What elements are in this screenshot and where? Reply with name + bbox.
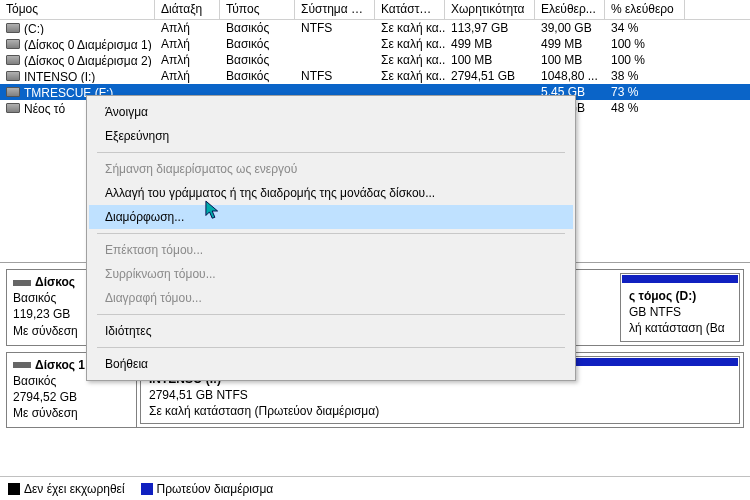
col-free[interactable]: Ελεύθερ... <box>535 0 605 19</box>
ctx-change-letter[interactable]: Αλλαγή του γράμματος ή της διαδρομής της… <box>89 181 573 205</box>
ctx-separator <box>97 314 565 315</box>
cell-status: Σε καλή κα... <box>375 37 445 51</box>
ctx-separator <box>97 152 565 153</box>
ctx-delete: Διαγραφή τόμου... <box>89 286 573 310</box>
cell-pctfree: 73 % <box>605 85 685 99</box>
volume-table-header: Τόμος Διάταξη Τύπος Σύστημα αρ... Κατάστ… <box>0 0 750 20</box>
swatch-black-icon <box>8 483 20 495</box>
ctx-format[interactable]: Διαμόρφωση... <box>89 205 573 229</box>
cell-status: Σε καλή κα... <box>375 53 445 67</box>
cell-layout: Απλή <box>155 53 220 67</box>
partition-fs: GB NTFS <box>629 305 681 319</box>
cell-pctfree: 100 % <box>605 53 685 67</box>
ctx-mark-active: Σήμανση διαμερίσματος ως ενεργού <box>89 157 573 181</box>
cell-free: 39,00 GB <box>535 21 605 35</box>
swatch-blue-icon <box>141 483 153 495</box>
volume-name: Νέος τό <box>24 101 65 115</box>
cell-fs: NTFS <box>295 69 375 83</box>
legend-primary-label: Πρωτεύον διαμέρισμα <box>157 482 274 496</box>
table-row[interactable]: (Δίσκος 0 Διαμέρισμα 2) Απλή Βασικός Σε … <box>0 52 750 68</box>
table-row[interactable]: (Δίσκος 0 Διαμέρισμα 1) Απλή Βασικός Σε … <box>0 36 750 52</box>
col-capacity[interactable]: Χωρητικότητα <box>445 0 535 19</box>
volume-icon <box>6 87 20 97</box>
disk-title: Δίσκος <box>35 275 75 289</box>
disk-icon <box>13 280 31 286</box>
context-menu: Άνοιγμα Εξερεύνηση Σήμανση διαμερίσματος… <box>86 95 576 381</box>
cell-capacity: 499 MB <box>445 37 535 51</box>
col-status[interactable]: Κατάσταση <box>375 0 445 19</box>
cell-capacity: 100 MB <box>445 53 535 67</box>
volume-name: (Δίσκος 0 Διαμέρισμα 2) <box>24 53 152 67</box>
col-layout[interactable]: Διάταξη <box>155 0 220 19</box>
cell-status: Σε καλή κα... <box>375 21 445 35</box>
cell-free: 1048,80 ... <box>535 69 605 83</box>
cell-type: Βασικός <box>220 37 295 51</box>
volume-icon <box>6 23 20 33</box>
cell-capacity: 2794,51 GB <box>445 69 535 83</box>
col-pctfree[interactable]: % ελεύθερο <box>605 0 685 19</box>
table-row[interactable]: (C:) Απλή Βασικός NTFS Σε καλή κα... 113… <box>0 20 750 36</box>
volume-icon <box>6 71 20 81</box>
cell-layout: Απλή <box>155 21 220 35</box>
cell-layout: Απλή <box>155 69 220 83</box>
cell-free: 100 MB <box>535 53 605 67</box>
disk-size: 2794,52 GB <box>13 389 130 405</box>
partition-status: Σε καλή κατάσταση (Πρωτεύον διαμέρισμα) <box>149 404 379 418</box>
ctx-help[interactable]: Βοήθεια <box>89 352 573 376</box>
legend-unallocated: Δεν έχει εκχωρηθεί <box>8 482 125 496</box>
partition-stripe <box>622 275 738 283</box>
ctx-separator <box>97 347 565 348</box>
ctx-open[interactable]: Άνοιγμα <box>89 100 573 124</box>
disk-icon <box>13 362 31 368</box>
volume-name: (Δίσκος 0 Διαμέρισμα 1) <box>24 37 152 51</box>
legend-unallocated-label: Δεν έχει εκχωρηθεί <box>24 482 125 496</box>
volume-icon <box>6 39 20 49</box>
partition[interactable]: ς τόμος (D:) GB NTFS λή κατάσταση (Βα <box>620 273 740 342</box>
volume-icon <box>6 103 20 113</box>
ctx-properties[interactable]: Ιδιότητες <box>89 319 573 343</box>
cell-type: Βασικός <box>220 21 295 35</box>
col-type[interactable]: Τύπος <box>220 0 295 19</box>
disk-title: Δίσκος 1 <box>35 358 85 372</box>
ctx-shrink: Συρρίκνωση τόμου... <box>89 262 573 286</box>
partition-fs: 2794,51 GB NTFS <box>149 388 248 402</box>
cell-pctfree: 48 % <box>605 101 685 115</box>
partition-status: λή κατάσταση (Βα <box>629 321 725 335</box>
cell-capacity: 113,97 GB <box>445 21 535 35</box>
volume-name: (C:) <box>24 21 44 35</box>
volume-icon <box>6 55 20 65</box>
cell-type: Βασικός <box>220 69 295 83</box>
ctx-extend: Επέκταση τόμου... <box>89 238 573 262</box>
cell-free: 499 MB <box>535 37 605 51</box>
volume-name: INTENSO (I:) <box>24 69 95 83</box>
cell-pctfree: 100 % <box>605 37 685 51</box>
cell-fs: NTFS <box>295 21 375 35</box>
cell-pctfree: 34 % <box>605 21 685 35</box>
cell-pctfree: 38 % <box>605 69 685 83</box>
cell-layout: Απλή <box>155 37 220 51</box>
ctx-separator <box>97 233 565 234</box>
cell-status: Σε καλή κα... <box>375 69 445 83</box>
cell-type: Βασικός <box>220 53 295 67</box>
col-filesystem[interactable]: Σύστημα αρ... <box>295 0 375 19</box>
table-row[interactable]: INTENSO (I:) Απλή Βασικός NTFS Σε καλή κ… <box>0 68 750 84</box>
legend-primary: Πρωτεύον διαμέρισμα <box>141 482 274 496</box>
col-volume[interactable]: Τόμος <box>0 0 155 19</box>
ctx-explore[interactable]: Εξερεύνηση <box>89 124 573 148</box>
legend: Δεν έχει εκχωρηθεί Πρωτεύον διαμέρισμα <box>0 476 750 500</box>
partition-title: ς τόμος (D:) <box>629 289 696 303</box>
disk-state: Με σύνδεση <box>13 405 130 421</box>
